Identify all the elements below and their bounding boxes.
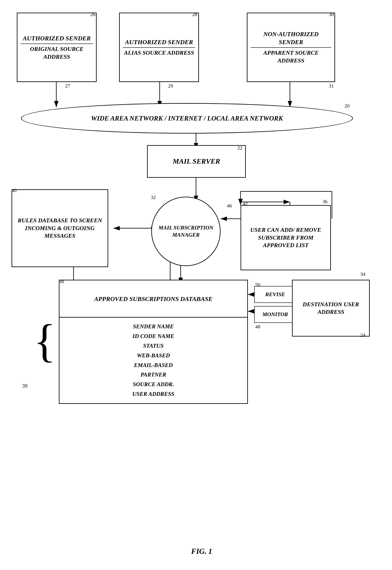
box-revise: REVISE [254,286,296,303]
box-approved-subscriptions: APPROVED SUBSCRIPTIONS DATABASE [59,280,248,318]
revise-label: REVISE [265,291,285,298]
data-row-partner: PARTNER [63,370,244,380]
ref-36: 36 [322,199,327,204]
data-row-email-based: EMAIL-BASED [63,360,244,370]
ref-27: 27 [65,83,70,89]
box-destination-user: DESTINATION USER ADDRESS [292,280,370,337]
box-28-title: AUTHORIZED SENDER [125,38,193,46]
data-row-web-based: WEB-BASED [63,351,244,360]
data-row-id-code: ID CODE NAME [63,331,244,341]
box-30-title: NON-AUTHORIZED SENDER [251,30,331,46]
diagram-container: AUTHORIZED SENDER ORIGINAL SOURCE ADDRES… [0,0,392,570]
ref-28: 28 [192,12,197,17]
ref-31: 31 [329,83,334,89]
ref-40: 40 [12,188,17,193]
ref-32: 32 [151,195,156,200]
box-mail-server: MAIL SERVER [147,145,246,178]
ref-42: 42 [243,201,248,207]
monitor-label: MONITOR [262,311,288,318]
ref-38: 38 [59,279,64,284]
ref-48: 48 [255,324,260,330]
ref-50: 50 [255,282,260,287]
ref-20: 20 [345,103,350,109]
brace-39: { [34,318,56,364]
mail-server-label: MAIL SERVER [173,157,220,166]
oval-network: WIDE AREA NETWORK / INTERNET / LOCAL ARE… [21,103,353,134]
box-authorized-sender-28: AUTHORIZED SENDER ALIAS SOURCE ADDRESS [119,13,199,82]
ref-39: 39 [22,383,28,389]
data-row-source-addr: SOURCE ADDR. [63,380,244,389]
ref-24: 24 [360,332,365,338]
ref-22: 22 [237,145,242,151]
box-user-can: USER CAN ADD/ REMOVE SUBSCRIBER FROM APP… [240,205,331,270]
approved-subscriptions-data: SENDER NAME ID CODE NAME STATUS WEB-BASE… [59,318,248,404]
box-26-subtitle: ORIGINAL SOURCE ADDRESS [21,44,93,60]
user-can-label: USER CAN ADD/ REMOVE SUBSCRIBER FROM APP… [244,226,327,249]
msm-label: MAIL SUBSCRIPTION MANAGER [152,222,220,241]
fig-label: FIG. 1 [160,547,244,556]
box-28-subtitle: ALIAS SOURCE ADDRESS [123,47,195,57]
data-row-status: STATUS [63,341,244,351]
data-row-sender-name: SENDER NAME [63,322,244,331]
box-authorized-sender-26: AUTHORIZED SENDER ORIGINAL SOURCE ADDRES… [17,13,97,82]
box-30-subtitle: APPARENT SOURCE ADDRESS [251,47,331,64]
destination-user-label: DESTINATION USER ADDRESS [296,300,366,316]
ref-29: 29 [168,83,173,89]
ref-34: 34 [360,271,365,277]
rules-db-label: RULES DATABASE TO SCREEN INCOMING & OUTG… [15,217,104,240]
circle-mail-subscription-manager: MAIL SUBSCRIPTION MANAGER [151,197,221,266]
box-26-title: AUTHORIZED SENDER [23,34,91,42]
box-monitor: MONITOR [254,306,296,323]
approved-sub-title: APPROVED SUBSCRIPTIONS DATABASE [94,295,213,303]
box-rules-database: RULES DATABASE TO SCREEN INCOMING & OUTG… [12,189,108,267]
oval-network-label: WIDE AREA NETWORK / INTERNET / LOCAL ARE… [91,114,283,122]
box-non-authorized-sender-30: NON-AUTHORIZED SENDER APPARENT SOURCE AD… [247,13,335,82]
ref-26: 26 [90,12,95,17]
ref-46: 46 [227,203,232,209]
ref-30: 30 [329,12,334,17]
data-row-user-address: USER ADDRESS [63,389,244,399]
